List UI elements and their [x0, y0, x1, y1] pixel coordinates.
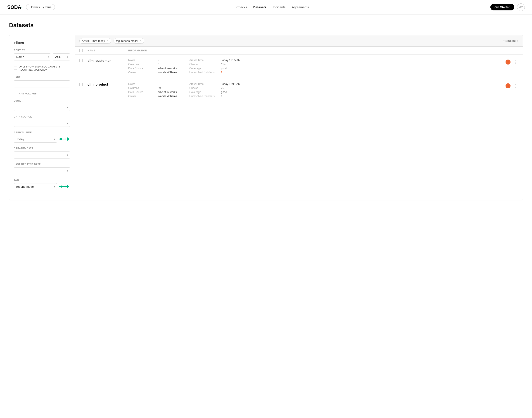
- owner-select[interactable]: [14, 104, 70, 111]
- svg-rect-8: [67, 185, 68, 188]
- select-all-checkbox[interactable]: [79, 49, 83, 52]
- dataset-name-2: dim_product: [88, 82, 128, 86]
- owner-key-1: Owner: [128, 71, 158, 74]
- last-updated-select[interactable]: [14, 167, 70, 174]
- rows-val-1: -: [158, 59, 189, 62]
- owner-key-2: Owner: [128, 95, 158, 98]
- sort-field-select[interactable]: Name Created Date Last Updated: [14, 53, 51, 60]
- chip-tag-close[interactable]: ✕: [139, 39, 142, 43]
- has-failures-row: HAS FAILURES: [14, 92, 70, 95]
- has-failures-checkbox[interactable]: [14, 92, 17, 95]
- data-source-section: DATA SOURCE ▾: [14, 116, 70, 127]
- chip-arrival-time-label: Arrival Time: Today: [82, 39, 105, 43]
- more-button-1[interactable]: ⋮: [512, 59, 518, 65]
- tag-select[interactable]: reports-model: [14, 183, 57, 190]
- checks-val-2: 76: [221, 86, 248, 90]
- last-updated-section: LAST UPDATED DATE ▾: [14, 163, 70, 174]
- page-title: Datasets: [9, 22, 523, 29]
- data-source-select-wrapper: ▾: [14, 120, 70, 127]
- incidents-val-1: 2: [221, 71, 248, 74]
- col-info-header: INFORMATION: [128, 49, 518, 52]
- arrival-time-section: ARRIVAL TIME Today Yesterday Last 7 days…: [14, 131, 70, 143]
- arrival-time-annotation: [59, 137, 70, 141]
- arrival-time-select[interactable]: Today Yesterday Last 7 days: [14, 136, 57, 143]
- org-selector[interactable]: Flowers By Irene: [26, 4, 55, 10]
- arrival-time-key-1: Arrival Time: [189, 59, 221, 62]
- info-block-left-1: Rows Columns Data Source Owner: [128, 59, 158, 74]
- columns-val-1: 0: [158, 63, 189, 66]
- rows-key-1: Rows: [128, 59, 158, 62]
- logo-dot: ·: [21, 4, 23, 10]
- nav-agreements[interactable]: Agreements: [292, 5, 309, 9]
- last-updated-select-wrapper: ▾: [14, 167, 70, 174]
- green-arrow-2-icon: [59, 184, 70, 189]
- info-block-val-2: - 29 adventureworks Wanda Williams: [158, 82, 189, 98]
- created-date-select-wrapper: ▾: [14, 151, 70, 159]
- header-right: Get Started JR: [490, 3, 525, 11]
- arrival-time-val-1: Today 11:05 AM: [221, 59, 248, 62]
- data-source-key-2: Data Source: [128, 91, 158, 94]
- arrival-time-key-2: Arrival Time: [189, 82, 221, 86]
- checks-key-1: Checks: [189, 63, 221, 66]
- row-info-1: Rows Columns Data Source Owner - 0 adven…: [128, 59, 506, 74]
- dataset-name-1: dim_customer: [88, 59, 128, 62]
- chip-arrival-time-close[interactable]: ✕: [106, 39, 109, 43]
- sort-dir-select-wrapper: ASC DESC ▾: [53, 53, 70, 60]
- created-date-section: CREATED DATE ▾: [14, 147, 70, 159]
- columns-key-1: Columns: [128, 63, 158, 66]
- sort-field-select-wrapper: Name Created Date Last Updated ▾: [14, 53, 51, 60]
- data-source-filter-label: DATA SOURCE: [14, 116, 70, 118]
- info-block-val-1: - 0 adventureworks Wanda Williams: [158, 59, 189, 74]
- table-header: NAME INFORMATION: [75, 47, 523, 55]
- tag-row: reports-model ▾: [14, 183, 70, 190]
- filters-title: Filters: [14, 41, 70, 45]
- row-checkbox-2[interactable]: [79, 83, 83, 86]
- coverage-val-1: good: [221, 67, 248, 70]
- tag-select-wrapper: reports-model ▾: [14, 183, 57, 190]
- arrival-time-val-2: Today 11:11 AM: [221, 82, 248, 86]
- get-started-button[interactable]: Get Started: [490, 4, 514, 11]
- nav-incidents[interactable]: Incidents: [273, 5, 286, 9]
- main-nav: Checks Datasets Incidents Agreements: [236, 5, 309, 9]
- avatar[interactable]: JR: [517, 3, 525, 11]
- page: Datasets Filters SORT BY Name Created Da…: [0, 14, 532, 208]
- sort-row: Name Created Date Last Updated ▾ ASC DES…: [14, 53, 70, 60]
- rows-key-2: Rows: [128, 82, 158, 86]
- error-badge-2: !: [506, 83, 510, 88]
- sort-by-section: SORT BY Name Created Date Last Updated ▾…: [14, 49, 70, 60]
- sort-dir-select[interactable]: ASC DESC: [53, 53, 70, 60]
- table-row[interactable]: dim_product Rows Columns Data Source Own…: [75, 78, 523, 102]
- chip-tag: tag: reports-model ✕: [113, 38, 144, 44]
- data-source-val-1: adventureworks: [158, 67, 189, 70]
- data-source-select[interactable]: [14, 120, 70, 127]
- incidents-key-1: Unresolved Incidents: [189, 71, 221, 74]
- nav-checks[interactable]: Checks: [236, 5, 247, 9]
- error-badge-1: !: [506, 59, 510, 65]
- info-block-left-2: Rows Columns Data Source Owner: [128, 82, 158, 98]
- incidents-key-2: Unresolved Incidents: [189, 95, 221, 98]
- has-failures-section: HAS FAILURES: [14, 92, 70, 95]
- migration-checkbox[interactable]: [14, 67, 17, 70]
- label-input[interactable]: [14, 80, 70, 87]
- svg-rect-2: [66, 138, 66, 140]
- migration-label: ONLY SHOW SODA SQL DATASETS REQUIRING MI…: [19, 65, 70, 71]
- table-row[interactable]: dim_customer Rows Columns Data Source Ow…: [75, 55, 523, 78]
- chip-arrival-time: Arrival Time: Today ✕: [79, 38, 111, 44]
- owner-val-1: Wanda Williams: [158, 71, 189, 74]
- nav-datasets[interactable]: Datasets: [253, 5, 266, 9]
- owner-section: OWNER ▾: [14, 100, 70, 111]
- results-count: RESULTS: 2: [503, 40, 518, 42]
- chips-bar: Arrival Time: Today ✕ tag: reports-model…: [75, 35, 523, 47]
- created-date-select[interactable]: [14, 151, 70, 159]
- row-checkbox-1[interactable]: [79, 59, 83, 62]
- more-button-2[interactable]: ⋮: [512, 83, 518, 89]
- row-info-2: Rows Columns Data Source Owner - 29 adve…: [128, 82, 506, 98]
- data-source-key-1: Data Source: [128, 67, 158, 70]
- header-left: SODA· Flowers By Irene: [7, 4, 55, 10]
- migration-checkbox-row: ONLY SHOW SODA SQL DATASETS REQUIRING MI…: [14, 65, 70, 71]
- header-check-col: [79, 49, 88, 52]
- incidents-val-2: 0: [221, 95, 248, 98]
- tag-filter-label: TAG: [14, 179, 70, 181]
- main-container: Filters SORT BY Name Created Date Last U…: [9, 35, 523, 200]
- columns-val-2: 29: [158, 86, 189, 90]
